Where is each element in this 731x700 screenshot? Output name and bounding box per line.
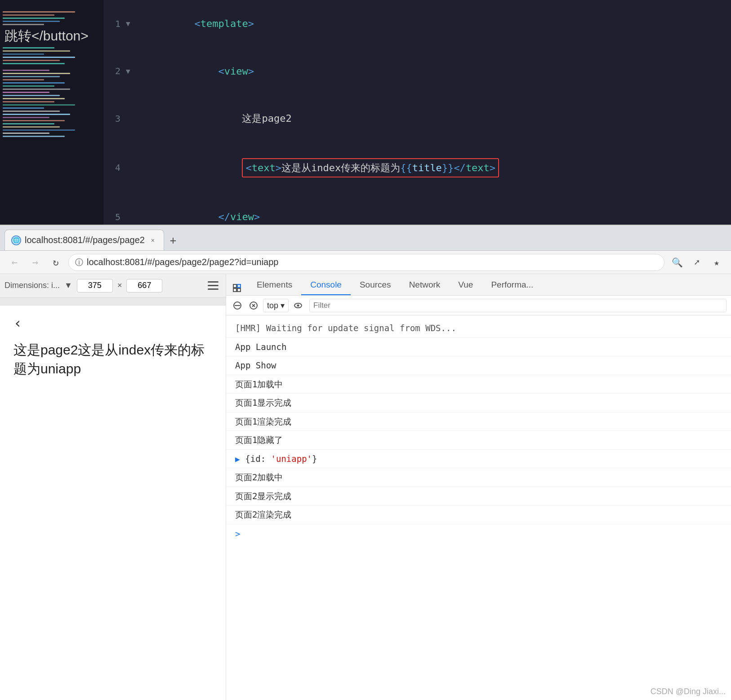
jump-button[interactable]: 跳转</button>: [0, 25, 93, 47]
object-brace-open: {: [245, 454, 250, 464]
tab-globe-icon: 🌐: [11, 235, 21, 245]
devtools-tabs-bar: Elements Console Sources Network Vue Per…: [226, 274, 731, 296]
line-content: <view>: [133, 48, 731, 95]
eye-icon[interactable]: [291, 299, 305, 312]
dimensions-label: Dimensions: i...: [4, 281, 60, 290]
console-entry-page1-load: 页面1加载中: [226, 375, 731, 394]
tab-performance[interactable]: Performa...: [482, 275, 542, 295]
code-main-area: 1 ▼ <template> 2 ▼ <view> 3: [103, 0, 731, 225]
devtools-inspector-icon[interactable]: [230, 281, 244, 295]
dimensions-bar: Dimensions: i... ▼ ×: [0, 274, 226, 297]
svg-rect-2: [233, 288, 236, 292]
line-content: </view>: [133, 193, 731, 225]
page2-content-text: 这是page2这是从index传来的标题为uniapp: [13, 341, 212, 378]
devtools-panel: Elements Console Sources Network Vue Per…: [226, 274, 731, 700]
mobile-back-arrow[interactable]: ‹: [13, 315, 212, 332]
console-entry-page2-load: 页面2加载中: [226, 468, 731, 487]
object-key-id: id: [250, 454, 261, 464]
tab-console[interactable]: Console: [301, 275, 351, 295]
browser-content: Dimensions: i... ▼ × ‹ 这是page2这是从index传来…: [0, 274, 731, 700]
line-content-highlighted: <text>这是从index传来的标题为{{title}}</text>: [133, 142, 731, 194]
tab-elements[interactable]: Elements: [248, 275, 301, 295]
dimension-x-separator: ×: [117, 281, 122, 290]
context-label: top ▾: [267, 301, 285, 310]
tab-sources[interactable]: Sources: [351, 275, 400, 295]
highlight-box-line4: <text>这是从index传来的标题为{{title}}</text>: [242, 158, 499, 177]
console-errors-btn[interactable]: [247, 299, 260, 312]
tab-close-button[interactable]: ×: [148, 236, 157, 245]
csdn-watermark: CSDN @Ding Jiaxi...: [651, 687, 726, 696]
line-number: 2: [108, 64, 126, 78]
code-lines: 1 ▼ <template> 2 ▼ <view> 3: [103, 0, 731, 225]
zoom-button[interactable]: 🔍: [669, 254, 685, 270]
fold-icon: [126, 162, 133, 174]
code-line-3: 3 这是page2: [103, 95, 731, 142]
devtools-icon-group: [226, 281, 248, 295]
console-output: [HMR] Waiting for update signal from WDS…: [226, 315, 731, 700]
lock-icon: ⓘ: [75, 257, 83, 268]
new-tab-button[interactable]: +: [165, 232, 181, 248]
browser-toolbar: ← → ↻ ⓘ localhost:8081/#/pages/page2/pag…: [0, 251, 731, 274]
console-filter-input[interactable]: [309, 299, 727, 312]
code-editor: 跳转</button> 1 ▼ <template> 2 ▼ <view>: [0, 0, 731, 225]
browser-window: 🌐 localhost:8081/#/pages/page2 × + ← → ↻…: [0, 225, 731, 700]
fold-icon: [126, 113, 133, 124]
console-entry-app-launch: App Launch: [226, 338, 731, 357]
expand-arrow[interactable]: ▶: [235, 454, 240, 464]
menu-bar-2: [208, 285, 218, 286]
code-line-5: 5 </view>: [103, 193, 731, 225]
toolbar-actions: 🔍 ➚ ★: [669, 254, 725, 270]
svg-rect-0: [233, 284, 236, 288]
console-entry-app-show: App Show: [226, 356, 731, 375]
line-number: 4: [108, 160, 126, 175]
fold-icon: [126, 211, 133, 223]
width-input[interactable]: [77, 279, 113, 292]
line-content: 这是page2: [133, 95, 731, 142]
mobile-preview-panel: Dimensions: i... ▼ × ‹ 这是page2这是从index传来…: [0, 274, 226, 700]
address-bar[interactable]: ⓘ localhost:8081/#/pages/page2/page2?id=…: [68, 254, 664, 271]
height-input[interactable]: [126, 279, 162, 292]
console-entry-hmr: [HMR] Waiting for update signal from WDS…: [226, 319, 731, 338]
tab-vue[interactable]: Vue: [449, 275, 482, 295]
console-toolbar: top ▾: [226, 296, 731, 315]
fold-icon[interactable]: ▼: [126, 18, 133, 30]
line-number: 1: [108, 17, 126, 31]
forward-button[interactable]: →: [27, 254, 43, 270]
code-line-4: 4 <text>这是从index传来的标题为{{title}}</text>: [103, 142, 731, 194]
bookmark-button[interactable]: ★: [709, 254, 725, 270]
object-brace-close: }: [312, 454, 317, 464]
line-number: 3: [108, 111, 126, 126]
console-entry-object[interactable]: ▶ {id: 'uniapp'}: [226, 450, 731, 469]
editor-sidebar-minimap: 跳转</button>: [0, 0, 103, 225]
mobile-page-content: ‹ 这是page2这是从index传来的标题为uniapp: [0, 306, 226, 700]
back-button[interactable]: ←: [6, 254, 22, 270]
menu-bar-1: [208, 281, 218, 283]
devtools-menu-button[interactable]: [208, 279, 221, 292]
reload-button[interactable]: ↻: [48, 254, 64, 270]
tab-network[interactable]: Network: [400, 275, 450, 295]
tab-url-label: localhost:8081/#/pages/page2: [25, 235, 145, 245]
line-content: <template>: [133, 0, 731, 48]
console-entry-page1-hide: 页面1隐藏了: [226, 431, 731, 450]
console-prompt[interactable]: >: [226, 524, 731, 543]
console-entry-page1-show: 页面1显示完成: [226, 394, 731, 412]
console-entry-page2-show: 页面2显示完成: [226, 487, 731, 506]
browser-tab-bar: 🌐 localhost:8081/#/pages/page2 × +: [0, 226, 731, 251]
address-text: localhost:8081/#/pages/page2/page2?id=un…: [87, 257, 278, 267]
share-button[interactable]: ➚: [689, 254, 705, 270]
object-val-uniapp: 'uniapp': [271, 454, 312, 464]
console-entry-page2-render: 页面2渲染完成: [226, 505, 731, 524]
menu-bar-3: [208, 288, 218, 290]
mobile-top-bar: [0, 297, 226, 306]
console-clear-btn[interactable]: [231, 299, 244, 312]
dimensions-dropdown-icon[interactable]: ▼: [64, 281, 72, 290]
svg-rect-3: [237, 288, 241, 292]
code-line-1: 1 ▼ <template>: [103, 0, 731, 48]
fold-icon[interactable]: ▼: [126, 66, 133, 77]
code-line-2: 2 ▼ <view>: [103, 48, 731, 95]
object-colon: :: [261, 454, 271, 464]
context-selector[interactable]: top ▾: [263, 299, 289, 312]
svg-rect-1: [237, 284, 241, 288]
browser-tab-active[interactable]: 🌐 localhost:8081/#/pages/page2 ×: [4, 230, 164, 250]
line-number: 5: [108, 210, 126, 224]
